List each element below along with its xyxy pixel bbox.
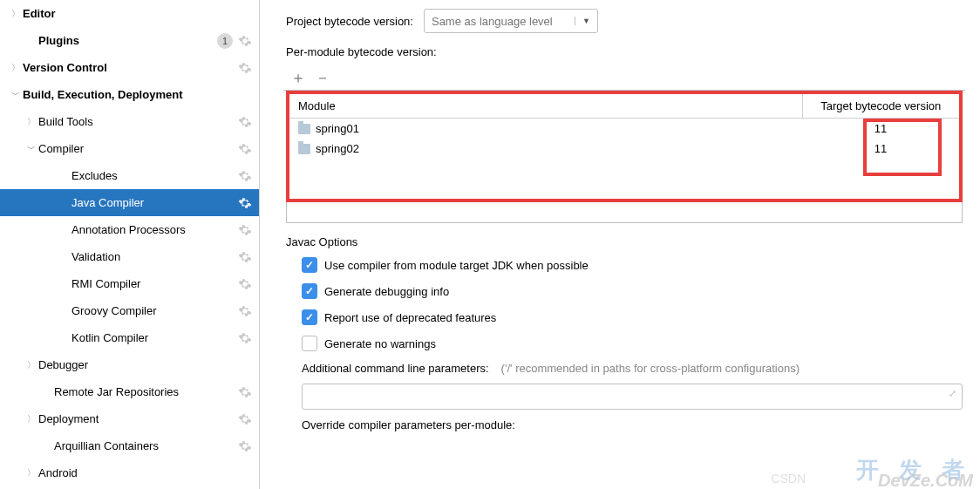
gear-icon bbox=[238, 223, 252, 237]
chevron-icon: ﹀ bbox=[9, 89, 23, 101]
sidebar-item-label: RMI Compiler bbox=[71, 277, 238, 290]
additional-params-label: Additional command line parameters: bbox=[302, 362, 489, 375]
sidebar-item-label: Android bbox=[38, 466, 238, 479]
gear-icon bbox=[238, 142, 252, 156]
javac-options-label: Javac Options bbox=[286, 235, 980, 248]
sidebar-item-label: Compiler bbox=[38, 142, 238, 155]
project-bytecode-label: Project bytecode version: bbox=[286, 15, 413, 28]
additional-params-hint: ('/' recommended in paths for cross-plat… bbox=[501, 362, 800, 375]
gear-icon bbox=[238, 196, 252, 210]
watermark-en: DevZe.CoM bbox=[878, 471, 973, 489]
sidebar-item-label: Excludes bbox=[71, 169, 238, 182]
sidebar-item-label: Remote Jar Repositories bbox=[54, 385, 238, 398]
sidebar-item-label: Editor bbox=[23, 7, 238, 20]
table-footer-area bbox=[286, 202, 963, 223]
sidebar-item-annotation-processors[interactable]: Annotation Processors bbox=[0, 216, 259, 243]
sidebar-item-kotlin-compiler[interactable]: Kotlin Compiler bbox=[0, 324, 259, 351]
module-name: spring01 bbox=[316, 122, 359, 135]
remove-button[interactable]: － bbox=[315, 67, 330, 88]
sidebar-item-remote-jar-repositories[interactable]: Remote Jar Repositories bbox=[0, 378, 259, 405]
chevron-icon: ﹀ bbox=[24, 143, 38, 155]
sidebar-item-label: Build Tools bbox=[38, 115, 238, 128]
chevron-icon: 〉 bbox=[9, 8, 23, 20]
sidebar-item-label: Build, Execution, Deployment bbox=[23, 88, 238, 101]
csdn-watermark: CSDN bbox=[771, 472, 806, 486]
sidebar-item-version-control[interactable]: 〉Version Control bbox=[0, 54, 259, 81]
gear-icon bbox=[238, 115, 252, 129]
checkbox[interactable] bbox=[302, 309, 317, 325]
gear-icon bbox=[238, 277, 252, 291]
sidebar-item-arquillian-containers[interactable]: Arquillian Containers bbox=[0, 432, 259, 459]
sidebar-item-label: Kotlin Compiler bbox=[71, 331, 238, 344]
settings-sidebar: 〉EditorPlugins1〉Version Control﹀Build, E… bbox=[0, 0, 260, 489]
gear-icon bbox=[238, 331, 252, 345]
sidebar-item-deployment[interactable]: 〉Deployment bbox=[0, 405, 259, 432]
sidebar-item-java-compiler[interactable]: Java Compiler bbox=[0, 189, 259, 216]
sidebar-item-editor[interactable]: 〉Editor bbox=[0, 0, 259, 27]
option-label: Report use of deprecated features bbox=[324, 311, 496, 324]
gear-icon bbox=[238, 439, 252, 453]
gear-icon bbox=[238, 61, 252, 75]
table-row[interactable]: spring0211 bbox=[289, 139, 959, 159]
sidebar-item-label: Validation bbox=[71, 250, 238, 263]
table-row[interactable]: spring0111 bbox=[289, 119, 959, 139]
project-bytecode-value: Same as language level bbox=[432, 15, 575, 28]
col-target-header[interactable]: Target bytecode version bbox=[802, 94, 959, 119]
expand-icon[interactable]: ⤢ bbox=[949, 388, 956, 399]
per-module-label: Per-module bytecode version: bbox=[286, 45, 980, 58]
module-table-highlight: Module Target bytecode version spring011… bbox=[286, 91, 963, 202]
checkbox[interactable] bbox=[302, 257, 317, 273]
checkbox[interactable] bbox=[302, 283, 317, 299]
sidebar-item-groovy-compiler[interactable]: Groovy Compiler bbox=[0, 297, 259, 324]
target-values-highlight bbox=[863, 119, 942, 176]
sidebar-item-label: Java Compiler bbox=[71, 196, 238, 209]
option-label: Use compiler from module target JDK when… bbox=[324, 259, 589, 272]
option-row: Use compiler from module target JDK when… bbox=[302, 257, 980, 273]
option-row: Generate debugging info bbox=[302, 283, 980, 299]
sidebar-item-label: Debugger bbox=[38, 358, 238, 371]
sidebar-item-label: Arquillian Containers bbox=[54, 439, 238, 452]
sidebar-item-rmi-compiler[interactable]: RMI Compiler bbox=[0, 270, 259, 297]
gear-icon bbox=[238, 250, 252, 264]
sidebar-item-android[interactable]: 〉Android bbox=[0, 459, 259, 486]
chevron-icon: 〉 bbox=[24, 359, 38, 371]
gear-icon bbox=[238, 34, 252, 48]
option-row: Report use of deprecated features bbox=[302, 309, 980, 325]
option-label: Generate no warnings bbox=[324, 337, 436, 350]
module-name: spring02 bbox=[316, 142, 359, 155]
gear-icon bbox=[238, 169, 252, 183]
add-button[interactable]: ＋ bbox=[290, 67, 306, 88]
sidebar-item-excludes[interactable]: Excludes bbox=[0, 162, 259, 189]
sidebar-item-label: Version Control bbox=[23, 61, 238, 74]
sidebar-item-compiler[interactable]: ﹀Compiler bbox=[0, 135, 259, 162]
checkbox[interactable] bbox=[302, 336, 317, 351]
module-bytecode-table: Module Target bytecode version spring011… bbox=[289, 94, 959, 159]
folder-icon bbox=[298, 124, 310, 134]
gear-icon bbox=[238, 412, 252, 426]
chevron-icon: 〉 bbox=[24, 413, 38, 425]
chevron-icon: 〉 bbox=[9, 62, 23, 74]
override-params-label: Override compiler parameters per-module: bbox=[302, 418, 980, 431]
sidebar-item-build-execution-deployment[interactable]: ﹀Build, Execution, Deployment bbox=[0, 81, 259, 108]
gear-icon bbox=[238, 385, 252, 399]
sidebar-item-debugger[interactable]: 〉Debugger bbox=[0, 351, 259, 378]
col-module-header[interactable]: Module bbox=[289, 94, 802, 119]
sidebar-item-label: Annotation Processors bbox=[71, 223, 238, 236]
additional-params-input[interactable]: ⤢ bbox=[302, 384, 963, 410]
chevron-down-icon: ▼ bbox=[575, 17, 590, 25]
settings-main-panel: Project bytecode version: Same as langua… bbox=[260, 0, 980, 489]
option-row: Generate no warnings bbox=[302, 336, 980, 351]
sidebar-item-validation[interactable]: Validation bbox=[0, 243, 259, 270]
sidebar-item-label: Plugins bbox=[38, 34, 217, 47]
sidebar-item-label: Deployment bbox=[38, 412, 238, 425]
sidebar-item-label: Groovy Compiler bbox=[71, 304, 238, 317]
sidebar-item-plugins[interactable]: Plugins1 bbox=[0, 27, 259, 54]
folder-icon bbox=[298, 144, 310, 154]
count-badge: 1 bbox=[217, 33, 233, 49]
chevron-icon: 〉 bbox=[24, 116, 38, 128]
project-bytecode-select[interactable]: Same as language level ▼ bbox=[424, 9, 598, 33]
sidebar-item-build-tools[interactable]: 〉Build Tools bbox=[0, 108, 259, 135]
gear-icon bbox=[238, 304, 252, 318]
option-label: Generate debugging info bbox=[324, 285, 449, 298]
chevron-icon: 〉 bbox=[24, 467, 38, 479]
